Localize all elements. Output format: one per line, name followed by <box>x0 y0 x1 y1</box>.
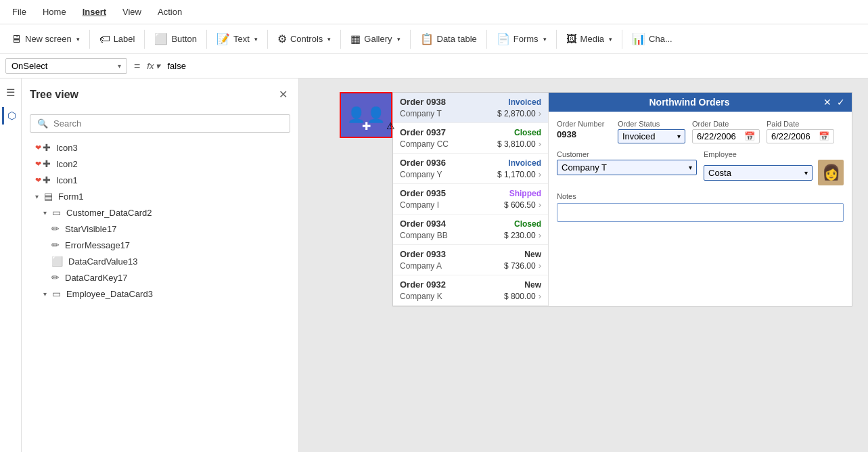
sidebar-header: Tree view ✕ <box>22 78 298 110</box>
button-button[interactable]: ⬜ Button <box>147 30 204 48</box>
form1-icon: ▤ <box>44 191 53 202</box>
detail-header: Northwind Orders ✕ ✓ <box>549 93 852 112</box>
icon-cluster[interactable]: 👤 👤 ✚ ⚠ <box>340 92 392 138</box>
text-button[interactable]: 📝 Text ▾ <box>210 30 265 48</box>
detail-confirm-btn[interactable]: ✓ <box>837 97 845 108</box>
tree-item-icon2[interactable]: ❤ ✚ Icon2 <box>22 156 298 172</box>
order-list-item[interactable]: Order 0933 New Company A $ 736.00 › <box>393 245 548 275</box>
tree-item-customer-datacard2[interactable]: ▾ ▭ Customer_DataCard2 <box>22 204 298 221</box>
employee-datacard3-collapse-icon[interactable]: ▾ <box>43 290 47 298</box>
employee-select[interactable]: Costa ▾ <box>704 165 813 181</box>
data-table-button[interactable]: 📋 Data table <box>413 30 484 48</box>
order-amount: $ 800.00 <box>504 292 536 301</box>
order-list-item[interactable]: Order 0936 Invoiced Company Y $ 1,170.00… <box>393 154 548 184</box>
label-button[interactable]: 🏷 Label <box>93 30 142 48</box>
order-list-item[interactable]: Order 0932 New Company K $ 800.00 › <box>393 275 548 306</box>
sidebar-close-button[interactable]: ✕ <box>276 85 290 104</box>
media-button[interactable]: 🖼 Media ▾ <box>559 30 619 48</box>
left-icon-bar: ☰ ⬡ <box>0 78 22 452</box>
layers-icon[interactable]: ⬡ <box>2 107 20 125</box>
toolbar: 🖥 New screen ▾ 🏷 Label ⬜ Button 📝 Text ▾… <box>0 24 868 54</box>
menu-action[interactable]: Action <box>151 4 189 20</box>
chevron-down-icon-controls: ▾ <box>327 36 331 43</box>
order-date-group: Order Date 6/22/2006 📅 <box>692 120 760 143</box>
menu-file[interactable]: File <box>5 4 33 20</box>
menu-home[interactable]: Home <box>36 4 73 20</box>
icon3-symbol: ❤ ✚ <box>35 142 51 153</box>
customer-label: Customer <box>557 150 697 158</box>
order-amount: $ 1,170.00 <box>497 170 536 179</box>
employee-group: Employee Costa ▾ 👩 <box>704 150 844 185</box>
fx-label: fx ▾ <box>147 61 160 71</box>
icon2-label: Icon2 <box>56 159 78 169</box>
detail-close-btn[interactable]: ✕ <box>823 97 831 108</box>
order-chevron-icon: › <box>539 108 541 118</box>
employee-row: Costa ▾ 👩 <box>704 160 844 185</box>
main-layout: ☰ ⬡ Tree view ✕ 🔍 ❤ ✚ Icon3 <box>0 78 868 452</box>
starvisible17-icon: ✏ <box>51 223 60 234</box>
notes-group: Notes <box>557 192 844 222</box>
order-company: Company K <box>400 292 442 301</box>
order-chevron-icon: › <box>539 291 541 301</box>
formula-selector[interactable]: OnSelect ▾ <box>5 58 127 74</box>
tree-item-datacardkey17[interactable]: ✏ DataCardKey17 <box>22 269 298 286</box>
menu-insert[interactable]: Insert <box>76 4 113 20</box>
paid-date-input[interactable]: 6/22/2006 📅 <box>767 129 834 143</box>
form-row-1: Order Number 0938 Order Status Invoiced … <box>557 120 844 143</box>
employee-chevron: ▾ <box>804 169 808 177</box>
new-screen-button[interactable]: 🖥 New screen ▾ <box>4 30 87 48</box>
label-icon: 🏷 <box>99 33 110 45</box>
order-status-group: Order Status Invoiced ▾ <box>618 120 685 143</box>
icon1-symbol: ❤ ✚ <box>35 175 51 185</box>
fx-italic: fx <box>147 61 154 71</box>
toolbar-divider-7 <box>486 30 487 49</box>
menu-view[interactable]: View <box>116 4 148 20</box>
search-icon: 🔍 <box>37 118 48 129</box>
order-num: Order 0933 <box>400 249 446 259</box>
notes-input[interactable] <box>557 203 844 222</box>
order-list-item[interactable]: Order 0935 Shipped Company I $ 606.50 › <box>393 184 548 214</box>
toolbar-divider-2 <box>144 30 145 49</box>
tree-item-datacardvalue13[interactable]: ⬜ DataCardValue13 <box>22 253 298 269</box>
order-chevron-icon: › <box>539 169 541 179</box>
order-num: Order 0936 <box>400 158 446 168</box>
toolbar-divider-5 <box>340 30 341 49</box>
tree-item-errormessage17[interactable]: ✏ ErrorMessage17 <box>22 237 298 253</box>
charts-button[interactable]: 📊 Cha... <box>625 30 679 48</box>
table-icon: 📋 <box>420 32 434 45</box>
sidebar-search: 🔍 <box>22 110 298 139</box>
customer-select[interactable]: Company T ▾ <box>557 160 697 175</box>
toolbar-divider-6 <box>410 30 411 49</box>
form1-collapse-icon[interactable]: ▾ <box>35 193 39 200</box>
toolbar-divider <box>89 30 90 49</box>
order-company: Company CC <box>400 139 449 149</box>
formula-input[interactable] <box>164 60 863 72</box>
tree-item-employee-datacard3[interactable]: ▾ ▭ Employee_DataCard3 <box>22 286 298 302</box>
customer-datacard2-label: Customer_DataCard2 <box>66 208 152 218</box>
tree-item-starvisible17[interactable]: ✏ StarVisible17 <box>22 221 298 237</box>
tree-item-icon1[interactable]: ❤ ✚ Icon1 <box>22 172 298 188</box>
search-input[interactable] <box>53 118 283 129</box>
tree-content: ❤ ✚ Icon3 ❤ ✚ Icon2 ❤ ✚ Icon1 <box>22 139 298 452</box>
order-date-input[interactable]: 6/22/2006 📅 <box>692 129 760 143</box>
order-status-select[interactable]: Invoiced ▾ <box>618 129 685 143</box>
order-number-label: Order Number <box>557 120 611 128</box>
chart-icon: 📊 <box>632 32 645 45</box>
controls-button[interactable]: ⚙ Controls ▾ <box>271 30 338 48</box>
tree-item-form1[interactable]: ▾ ▤ Form1 <box>22 188 298 204</box>
order-list-item[interactable]: Order 0938 Invoiced Company T $ 2,870.00… <box>393 93 548 123</box>
order-chevron-icon: › <box>539 230 541 240</box>
order-list-item[interactable]: Order 0934 Closed Company BB $ 230.00 › <box>393 214 548 245</box>
notes-label: Notes <box>557 192 844 200</box>
employee-datacard3-icon: ▭ <box>52 288 61 299</box>
forms-button[interactable]: 📄 Forms ▾ <box>490 30 553 48</box>
tree-item-icon3[interactable]: ❤ ✚ Icon3 <box>22 139 298 156</box>
add-person-icon: ✚ <box>362 120 371 133</box>
order-status-label: Order Status <box>618 120 685 128</box>
search-box: 🔍 <box>30 114 290 133</box>
order-list-item[interactable]: Order 0937 Closed Company CC $ 3,810.00 … <box>393 123 548 154</box>
paid-date-group: Paid Date 6/22/2006 📅 <box>767 120 834 143</box>
hamburger-icon[interactable]: ☰ <box>2 84 20 101</box>
customer-datacard2-collapse-icon[interactable]: ▾ <box>43 209 47 217</box>
gallery-button[interactable]: ▦ Gallery ▾ <box>344 30 407 48</box>
